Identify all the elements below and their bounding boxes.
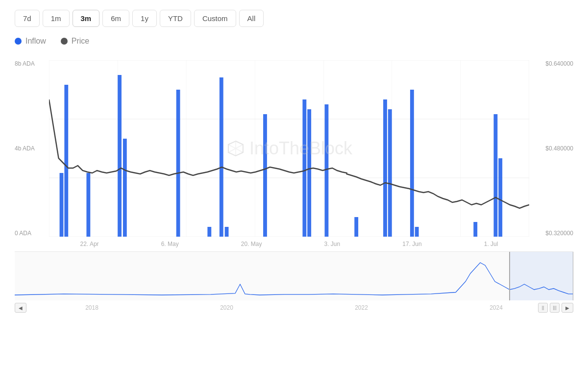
y-left-bot: 0 ADA	[15, 230, 49, 237]
svg-marker-12	[60, 173, 64, 237]
svg-marker-13	[64, 85, 68, 237]
inflow-label: Inflow	[25, 37, 46, 46]
chart-legend: Inflow Price	[15, 37, 573, 46]
y-right-top: $0.640000	[545, 60, 573, 67]
nav-drag-handle-left[interactable]: ||	[538, 303, 548, 313]
svg-marker-27	[388, 109, 392, 237]
svg-marker-31	[493, 114, 497, 237]
x-label-may20: 20. May	[241, 241, 262, 247]
svg-marker-28	[410, 90, 414, 237]
time-range-selector: 7d 1m 3m 6m 1y YTD Custom All	[15, 10, 573, 27]
price-label: Price	[72, 37, 89, 46]
chart-navigator[interactable]: 2018 2020 2022 2024 ◀ || ||| ▶	[15, 251, 573, 315]
btn-6m[interactable]: 6m	[102, 10, 129, 27]
svg-marker-16	[123, 139, 127, 237]
chart-svg-area: IntoTheBlock	[49, 60, 529, 237]
svg-marker-18	[207, 227, 211, 237]
btn-all[interactable]: All	[239, 10, 264, 27]
svg-marker-15	[118, 75, 122, 237]
svg-marker-26	[383, 99, 387, 237]
y-left-top: 8b ADA	[15, 60, 49, 67]
svg-marker-29	[415, 227, 419, 237]
y-right-mid: $0.480000	[545, 145, 573, 152]
legend-price: Price	[61, 37, 89, 46]
svg-marker-23	[307, 109, 311, 237]
nav-label-2022: 2022	[355, 304, 368, 311]
svg-rect-34	[510, 252, 573, 300]
nav-label-2024: 2024	[490, 304, 503, 311]
btn-ytd[interactable]: YTD	[160, 10, 191, 27]
left-arrow-icon: ◀	[19, 305, 23, 311]
navigator-x-labels: 2018 2020 2022 2024	[15, 304, 573, 311]
svg-marker-17	[176, 90, 180, 237]
main-chart: 8b ADA 4b ADA 0 ADA $0.640000 $0.480000 …	[15, 60, 573, 251]
svg-marker-25	[354, 217, 358, 237]
drag-handle-left-icon: ||	[542, 305, 544, 310]
y-axis-left: 8b ADA 4b ADA 0 ADA	[15, 60, 49, 251]
svg-marker-14	[86, 173, 90, 237]
btn-7d[interactable]: 7d	[15, 10, 40, 27]
inflow-dot	[15, 38, 22, 45]
drag-handle-right-icon: |||	[553, 305, 556, 310]
btn-custom[interactable]: Custom	[194, 10, 236, 27]
nav-label-2018: 2018	[85, 304, 98, 311]
svg-rect-33	[15, 252, 573, 300]
y-axis-right: $0.640000 $0.480000 $0.320000	[532, 60, 573, 251]
svg-marker-22	[302, 99, 306, 237]
nav-drag-handle-right[interactable]: |||	[550, 303, 560, 313]
y-right-bot: $0.320000	[545, 230, 573, 237]
svg-marker-21	[263, 114, 267, 237]
navigator-svg	[15, 252, 573, 300]
nav-right-arrow-button[interactable]: ▶	[562, 303, 573, 313]
btn-3m[interactable]: 3m	[73, 10, 100, 27]
right-arrow-icon: ▶	[565, 305, 569, 311]
svg-marker-30	[473, 222, 477, 237]
legend-inflow: Inflow	[15, 37, 46, 46]
btn-1y[interactable]: 1y	[132, 10, 157, 27]
nav-left-arrow-button[interactable]: ◀	[15, 303, 26, 313]
nav-label-2020: 2020	[220, 304, 233, 311]
x-axis-labels: 22. Apr 6. May 20. May 3. Jun 17. Jun 1.…	[49, 237, 529, 251]
svg-marker-20	[225, 227, 229, 237]
inflow-price-chart	[49, 60, 529, 237]
y-left-mid: 4b ADA	[15, 145, 49, 152]
svg-marker-24	[325, 104, 329, 237]
x-label-jul1: 1. Jul	[484, 241, 498, 247]
price-dot	[61, 38, 68, 45]
svg-marker-32	[498, 158, 502, 237]
x-label-may6: 6. May	[161, 241, 179, 247]
x-label-jun17: 17. Jun	[402, 241, 421, 247]
x-label-apr22: 22. Apr	[80, 241, 99, 247]
x-label-jun3: 3. Jun	[324, 241, 341, 247]
btn-1m[interactable]: 1m	[43, 10, 70, 27]
svg-marker-19	[220, 77, 223, 237]
